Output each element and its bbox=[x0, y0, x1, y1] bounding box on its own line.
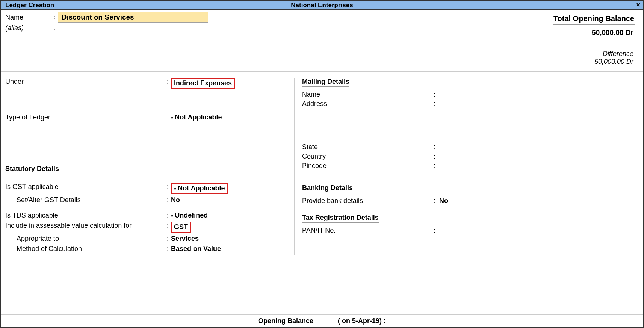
diamond-icon: ♦ bbox=[171, 115, 173, 120]
colon: : bbox=[54, 25, 56, 32]
gst-applicable-value[interactable]: ♦Not Applicable bbox=[171, 183, 228, 194]
balance-amount: 50,000.00 Dr bbox=[553, 29, 635, 37]
banking-header: Banking Details bbox=[302, 184, 353, 193]
include-assessable-value[interactable]: GST bbox=[171, 222, 191, 233]
tds-applicable-value[interactable]: ♦Undefined bbox=[171, 212, 208, 219]
close-icon[interactable]: × bbox=[636, 1, 640, 9]
country-label: Country bbox=[302, 153, 434, 160]
bottom-bar: Opening Balance ( on 5-Apr-19) : bbox=[1, 314, 643, 327]
type-ledger-value[interactable]: ♦Not Applicable bbox=[171, 113, 222, 121]
ledger-creation-window: Ledger Creation National Enterprises × N… bbox=[0, 0, 644, 328]
type-ledger-label: Type of Ledger bbox=[5, 113, 167, 121]
opening-balance-date: ( on 5-Apr-19) : bbox=[338, 317, 386, 325]
provide-bank-label: Provide bank details bbox=[302, 197, 434, 205]
mail-name-label: Name bbox=[302, 91, 434, 98]
under-label: Under bbox=[5, 78, 167, 86]
diamond-icon: ♦ bbox=[171, 213, 173, 218]
colon: : bbox=[54, 14, 56, 21]
titlebar: Ledger Creation National Enterprises × bbox=[1, 1, 643, 10]
appropriate-to-value[interactable]: Services bbox=[171, 235, 199, 243]
difference-amount: 50,000.00 Dr bbox=[553, 58, 635, 66]
name-block: Name : Discount on Services (alias) : bbox=[5, 12, 549, 68]
set-alter-gst-value[interactable]: No bbox=[171, 196, 180, 204]
name-input[interactable]: Discount on Services bbox=[58, 12, 208, 23]
balance-title: Total Opening Balance bbox=[553, 14, 635, 25]
under-value[interactable]: Indirect Expenses bbox=[171, 78, 235, 89]
opening-balance-label: Opening Balance bbox=[258, 317, 313, 325]
set-alter-gst-label: Set/Alter GST Details bbox=[5, 196, 167, 204]
balance-panel: Total Opening Balance 50,000.00 Dr Diffe… bbox=[549, 12, 639, 68]
content-area: Name : Discount on Services (alias) : To… bbox=[1, 10, 643, 327]
title-center: National Enterprises bbox=[291, 2, 353, 9]
appropriate-to-label: Appropriate to bbox=[5, 235, 167, 243]
right-column: Mailing Details Name : Address : State : bbox=[295, 78, 639, 255]
difference-label: Difference bbox=[553, 48, 635, 58]
top-section: Name : Discount on Services (alias) : To… bbox=[1, 10, 643, 68]
tax-reg-header: Tax Registration Details bbox=[302, 214, 379, 223]
method-calc-value[interactable]: Based on Value bbox=[171, 245, 221, 253]
statutory-header: Statutory Details bbox=[5, 165, 59, 174]
name-label: Name bbox=[5, 14, 54, 21]
state-label: State bbox=[302, 143, 434, 151]
tds-applicable-label: Is TDS applicable bbox=[5, 212, 167, 219]
include-assessable-label: Include in assessable value calculation … bbox=[5, 222, 167, 230]
provide-bank-value[interactable]: No bbox=[439, 197, 448, 205]
title-left: Ledger Creation bbox=[5, 2, 54, 9]
left-column: Under : Indirect Expenses Type of Ledger… bbox=[5, 78, 295, 255]
pan-label: PAN/IT No. bbox=[302, 227, 434, 234]
pincode-label: Pincode bbox=[302, 162, 434, 170]
main-columns: Under : Indirect Expenses Type of Ledger… bbox=[1, 72, 643, 255]
alias-label: (alias) bbox=[5, 24, 54, 32]
mail-address-label: Address bbox=[302, 100, 434, 108]
gst-applicable-label: Is GST applicable bbox=[5, 183, 167, 191]
mailing-header: Mailing Details bbox=[302, 78, 349, 87]
diamond-icon: ♦ bbox=[174, 186, 176, 191]
method-calc-label: Method of Calculation bbox=[5, 245, 167, 253]
